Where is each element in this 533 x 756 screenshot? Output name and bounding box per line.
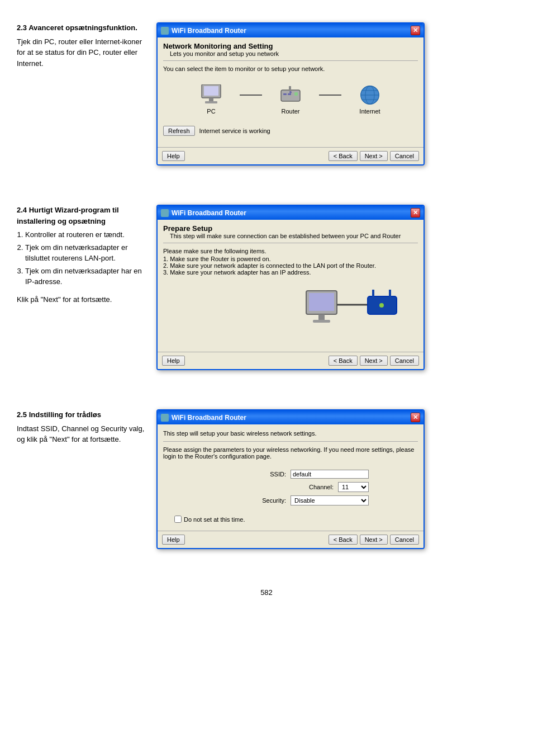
svg-rect-5 [289, 86, 291, 91]
dialog-2-4-body: Prepare Setup This step will make sure c… [158, 220, 423, 348]
help-button-2-5[interactable]: Help [162, 535, 185, 545]
next-button-2-3[interactable]: Next > [360, 151, 388, 161]
svg-rect-8 [288, 93, 291, 95]
node-internet-label: Internet [359, 108, 380, 115]
dialog-2-3-header-sub: Lets you monitor and setup you network [163, 50, 418, 57]
checkbox-row: Do not set at this time. [163, 516, 418, 523]
dialog-2-3-title: WiFi Broadband Router [172, 27, 246, 35]
cancel-button-2-4[interactable]: Cancel [390, 356, 419, 366]
dialog-2-4-footer: Help < Back Next > Cancel [158, 352, 423, 369]
dialog-2-3-content: You can select the item to monitor or to… [163, 64, 418, 73]
section-2-4-list: Kontroller at routeren er tændt. Tjek om… [25, 229, 145, 287]
svg-rect-22 [389, 290, 391, 297]
cancel-button-2-3[interactable]: Cancel [390, 151, 419, 161]
line-router-internet [319, 94, 341, 96]
cancel-button-2-5[interactable]: Cancel [390, 535, 419, 545]
channel-select[interactable]: 11 [338, 482, 369, 492]
dialog-2-4-header-sub: This step will make sure connection can … [163, 233, 418, 239]
node-router-label: Router [281, 108, 299, 115]
footer-buttons-2-5: < Back Next > Cancel [329, 535, 419, 545]
ssid-label: SSID: [247, 471, 286, 478]
svg-rect-2 [209, 98, 213, 101]
svg-point-6 [289, 91, 292, 93]
dialog-2-5-footer: Help < Back Next > Cancel [158, 531, 423, 548]
section-2-4-text: 2.4 Hurtigt Wizard-program til installer… [17, 205, 145, 305]
footer-buttons-2-3: < Back Next > Cancel [329, 151, 419, 161]
section-2-4: 2.4 Hurtigt Wizard-program til installer… [17, 193, 516, 381]
channel-label: Channel: [294, 484, 334, 490]
internet-svg-icon [358, 84, 382, 106]
prepare-item-1: 1. Make sure the Router is powered on. [163, 256, 418, 262]
wifi-router-icon-3 [161, 414, 169, 422]
ssid-row: SSID: [212, 470, 369, 479]
list-item-2: Tjek om din netværksadapter er tilslutte… [25, 242, 145, 264]
router-svg-icon [279, 84, 302, 106]
prepare-item-2: 2. Make sure your network adapter is con… [163, 262, 418, 269]
dialog-titlebar-left: WiFi Broadband Router [161, 27, 246, 35]
prepare-item-3: 3. Make sure your network adapter has an… [163, 269, 418, 276]
back-button-2-4[interactable]: < Back [329, 356, 358, 366]
help-button-2-4[interactable]: Help [162, 356, 185, 366]
svg-rect-1 [204, 86, 218, 96]
back-button-2-3[interactable]: < Back [329, 151, 358, 161]
dialog-2-5-divider [163, 441, 418, 442]
wifi-router-icon-2 [161, 209, 169, 217]
dialog-2-5-body: This step will setup your basic wireless… [158, 424, 423, 527]
dialog-2-5-titlebar: WiFi Broadband Router ✕ [158, 410, 423, 424]
wireless-settings-form: SSID: Channel: 11 Security: Disable [163, 466, 418, 509]
svg-rect-3 [205, 101, 217, 103]
dialog-2-3-divider [163, 60, 418, 61]
channel-row: Channel: 11 [212, 482, 369, 492]
section-2-3: 2.3 Avanceret opsætningsfunktion. Tjek d… [17, 11, 516, 177]
checkbox-label: Do not set at this time. [184, 516, 245, 523]
svg-rect-9 [294, 92, 298, 96]
back-button-2-5[interactable]: < Back [329, 535, 358, 545]
dialog-2-4-divider [163, 243, 418, 243]
security-select[interactable]: Disable [291, 495, 369, 505]
next-button-2-5[interactable]: Next > [360, 535, 388, 545]
dialog-2-4-title: WiFi Broadband Router [172, 209, 246, 217]
ssid-input[interactable] [291, 470, 369, 479]
network-monitor-illustration: PC Router [163, 79, 418, 120]
dialog-2-5-close-button[interactable]: ✕ [411, 413, 420, 422]
section-2-5-title: 2.5 Indstilling for trådløs [17, 409, 145, 420]
section-2-4-extra: Klik på "Next" for at fortsætte. [17, 294, 145, 305]
dialog-2-5-titlebar-left: WiFi Broadband Router [161, 414, 246, 422]
network-node-router: Router [279, 84, 302, 115]
dialog-2-3: WiFi Broadband Router ✕ Network Monitori… [156, 22, 425, 166]
dialog-2-3-close-button[interactable]: ✕ [411, 26, 420, 35]
next-button-2-4[interactable]: Next > [360, 356, 388, 366]
dialog-2-3-footer: Help < Back Next > Cancel [158, 147, 423, 164]
section-2-5: 2.5 Indstilling for trådløs Indtast SSID… [17, 398, 516, 560]
line-pc-router [240, 94, 262, 96]
dialog-2-5: WiFi Broadband Router ✕ This step will s… [156, 409, 425, 549]
dialog-2-4-close-button[interactable]: ✕ [411, 208, 420, 218]
network-node-pc: PC [199, 84, 223, 115]
footer-buttons-2-4: < Back Next > Cancel [329, 356, 419, 366]
pc-svg-icon [199, 84, 223, 106]
dialog-2-3-titlebar: WiFi Broadband Router ✕ [158, 23, 423, 37]
refresh-button[interactable]: Refresh [163, 126, 195, 136]
page-number: 582 [17, 588, 516, 597]
prepare-svg-illustration [295, 288, 407, 333]
svg-rect-16 [309, 293, 334, 311]
svg-rect-18 [313, 320, 330, 323]
svg-rect-21 [372, 290, 374, 297]
wifi-router-icon [161, 27, 169, 35]
section-2-3-text: 2.3 Avanceret opsætningsfunktion. Tjek d… [17, 22, 145, 69]
svg-rect-17 [318, 314, 325, 320]
do-not-set-checkbox[interactable] [174, 516, 182, 523]
dialog-status-row: Refresh Internet service is working [163, 126, 418, 136]
page-layout: 2.3 Avanceret opsætningsfunktion. Tjek d… [17, 11, 516, 597]
svg-rect-7 [283, 93, 287, 95]
dialog-2-4-titlebar-left: WiFi Broadband Router [161, 209, 246, 217]
dialog-2-4-header: Prepare Setup This step will make sure c… [163, 224, 418, 239]
dialog-2-3-header-title: Network Monitoring and Setting [163, 42, 418, 50]
help-button-2-3[interactable]: Help [162, 151, 185, 161]
prepare-intro: Please make sure the following items. [163, 248, 418, 254]
dialog-2-4-content: Please make sure the following items. 1.… [163, 247, 418, 277]
svg-point-23 [379, 303, 384, 308]
dialog-2-4-titlebar: WiFi Broadband Router ✕ [158, 206, 423, 220]
security-row: Security: Disable [212, 495, 369, 505]
dialog-2-5-instruction: Please assign the parameters to your wir… [163, 445, 418, 461]
